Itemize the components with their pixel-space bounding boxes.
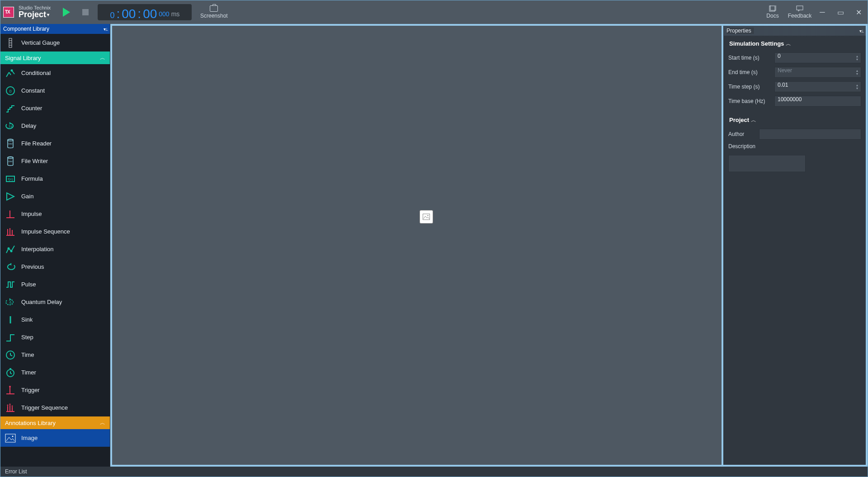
svg-point-18 [8, 248, 9, 249]
component-library-header[interactable]: Component Library ▾ ⟂ [0, 24, 110, 34]
maximize-button[interactable]: ▭ [835, 7, 846, 18]
author-input[interactable] [759, 129, 861, 140]
simulation-settings-title: Simulation Settings [729, 40, 784, 47]
app-logo [0, 0, 17, 24]
svg-rect-28 [5, 434, 15, 442]
lib-item-label: Interpolation [21, 246, 54, 253]
properties-panel: Properties ▾ ⟂ Simulation Settings︿ Star… [723, 26, 866, 465]
time-display: 0 : 00 : 00 000 ms [98, 4, 192, 20]
lib-item-previous[interactable]: Previous [0, 258, 110, 276]
description-label: Description [728, 143, 771, 150]
project-section-title: Project [729, 117, 749, 123]
trigger-sequence-icon [5, 402, 16, 413]
project-section-header[interactable]: Project︿ [724, 112, 866, 127]
simulation-settings-header[interactable]: Simulation Settings︿ [724, 36, 866, 51]
lib-item-impulse[interactable]: Impulse [0, 205, 110, 223]
lib-item-formula[interactable]: f(x)Formula [0, 170, 110, 187]
svg-point-19 [11, 250, 12, 252]
spinner-icon[interactable]: ▲▼ [854, 82, 860, 91]
lib-item-quantum-delay[interactable]: δQuantum Delay [0, 293, 110, 311]
docs-link[interactable]: Docs [759, 0, 786, 24]
lib-item-label: Vertical Gauge [21, 39, 60, 46]
chevron-up-icon: ︿ [100, 54, 105, 62]
gain-icon [5, 191, 16, 202]
lib-item-trigger-sequence[interactable]: Trigger Sequence [0, 399, 110, 416]
lib-item-counter[interactable]: Counter [0, 99, 110, 117]
author-label: Author [728, 131, 755, 137]
end-time-input[interactable]: Never▲▼ [774, 67, 861, 78]
lib-item-constant[interactable]: 0Constant [0, 82, 110, 99]
feedback-link[interactable]: Feedback [786, 0, 813, 24]
lib-item-vertical-gauge[interactable]: Vertical Gauge [0, 34, 110, 51]
svg-point-27 [12, 405, 13, 407]
time-base-input[interactable]: 10000000 [774, 96, 861, 107]
lib-item-trigger[interactable]: Trigger [0, 381, 110, 399]
start-time-input[interactable]: 0▲▼ [774, 52, 861, 63]
minimize-button[interactable]: ─ [817, 7, 828, 18]
lib-item-pulse[interactable]: Pulse [0, 276, 110, 293]
panel-pin-icon[interactable]: ▾ ⟂ [104, 27, 107, 32]
lib-item-file-reader[interactable]: csvFile Reader [0, 135, 110, 152]
screenshot-button[interactable]: Screenshot [194, 0, 233, 24]
svg-point-7 [11, 70, 13, 71]
impulse-icon [5, 209, 16, 220]
svg-point-29 [12, 435, 14, 437]
chevron-up-icon: ︿ [100, 419, 105, 427]
spinner-icon[interactable]: ▲▼ [854, 68, 860, 77]
lib-item-time[interactable]: Time [0, 346, 110, 364]
quantum-delay-icon: δ [5, 297, 16, 308]
close-button[interactable]: ✕ [853, 7, 864, 18]
error-list-tab[interactable]: Error List [5, 468, 27, 475]
lib-item-image[interactable]: Image [0, 429, 110, 447]
lib-item-label: Step [21, 334, 33, 341]
lib-item-label: Sink [21, 316, 33, 323]
time-seconds: 00 [143, 7, 157, 21]
step-icon [5, 332, 16, 343]
spinner-icon[interactable]: ▲▼ [854, 53, 860, 62]
pulse-icon [5, 279, 16, 290]
time-step-input[interactable]: 0.01▲▼ [774, 81, 861, 92]
screenshot-label: Screenshot [200, 13, 228, 19]
lib-item-delay[interactable]: 1sDelay [0, 117, 110, 135]
svg-text:csv: csv [9, 142, 13, 145]
time-minutes: 00 [122, 7, 136, 21]
lib-item-file-writer[interactable]: csvFile Writer [0, 152, 110, 170]
time-unit: ms [171, 10, 180, 18]
window-controls: ─ ▭ ✕ [813, 0, 868, 24]
lib-item-timer[interactable]: Timer [0, 364, 110, 381]
properties-header[interactable]: Properties ▾ ⟂ [724, 26, 866, 36]
lib-item-impulse-sequence[interactable]: Impulse Sequence [0, 223, 110, 240]
component-library-title: Component Library [3, 26, 49, 32]
trigger-icon [5, 385, 16, 396]
project-dropdown[interactable]: Studio Technix Project▾ [17, 0, 57, 24]
svg-point-13 [8, 157, 13, 159]
canvas-image-node[interactable] [420, 210, 433, 224]
canvas[interactable] [112, 26, 722, 465]
lib-item-label: Gain [21, 193, 33, 200]
signal-library-header[interactable]: Signal Library ︿ [0, 51, 110, 64]
panel-pin-icon[interactable]: ▾ ⟂ [859, 28, 863, 33]
play-button[interactable] [57, 0, 76, 24]
lib-item-conditional[interactable]: Conditional [0, 64, 110, 82]
project-name: Project▾ [19, 10, 51, 19]
svg-point-25 [7, 404, 9, 406]
image-icon [5, 433, 16, 444]
library-scroll[interactable]: Vertical Gauge Signal Library ︿ Conditio… [0, 34, 110, 467]
file-writer-icon: csv [5, 156, 16, 167]
svg-text:1s: 1s [9, 124, 12, 128]
lib-item-label: Impulse [21, 210, 42, 217]
lib-item-label: Formula [21, 175, 43, 182]
constant-icon: 0 [5, 85, 16, 96]
time-step-label: Time step (s) [728, 84, 771, 90]
lib-item-sink[interactable]: Sink [0, 311, 110, 328]
description-input[interactable] [728, 155, 806, 172]
annotations-library-header[interactable]: Annotations Library ︿ [0, 416, 110, 429]
lib-item-step[interactable]: Step [0, 328, 110, 346]
stop-button[interactable] [76, 0, 95, 24]
time-base-label: Time base (Hz) [728, 98, 771, 104]
time-hours: 0 [110, 11, 114, 20]
lib-item-interpolation[interactable]: Interpolation [0, 240, 110, 258]
end-time-label: End time (s) [728, 69, 771, 75]
svg-rect-2 [797, 6, 803, 10]
lib-item-gain[interactable]: Gain [0, 187, 110, 205]
